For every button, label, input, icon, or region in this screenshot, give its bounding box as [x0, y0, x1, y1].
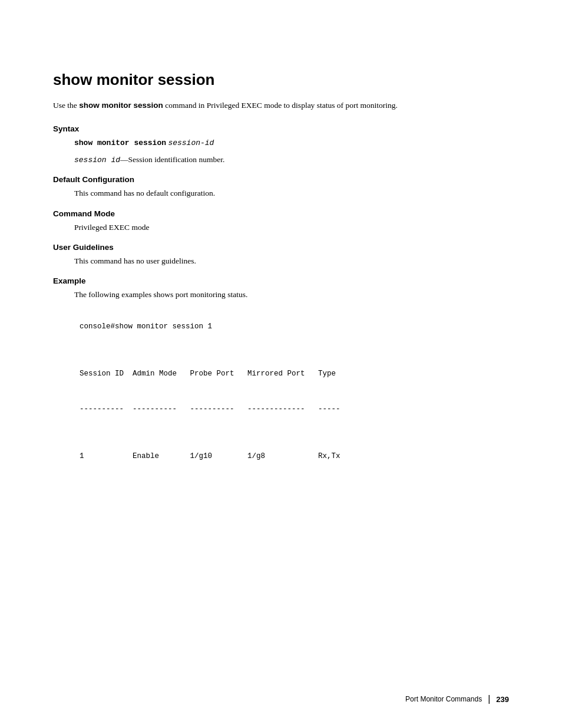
table-divider: ---------- ---------- ---------- -------… [80, 405, 340, 413]
command-mode-body: Privileged EXEC mode [53, 222, 509, 233]
param-text: Session identification number. [128, 155, 225, 164]
footer-page-number: 239 [496, 695, 509, 704]
default-config-body: This command has no default configuratio… [53, 187, 509, 199]
example-heading: Example [53, 276, 509, 285]
syntax-param: session-id [168, 139, 214, 147]
param-name: session id [74, 156, 120, 164]
user-guidelines-body: This command has no user guidelines. [53, 255, 509, 267]
default-config-section: Default Configuration This command has n… [53, 175, 509, 199]
param-description: session id—Session identification number… [74, 154, 509, 166]
intro-text-after: command in Privileged EXEC mode to displ… [163, 101, 398, 110]
footer-section-label: Port Monitor Commands [405, 695, 482, 703]
intro-paragraph: Use the show monitor session command in … [53, 100, 509, 111]
example-description: The following examples shows port monito… [74, 290, 247, 299]
page-title: show monitor session [53, 71, 509, 89]
syntax-section: Syntax show monitor session session-id s… [53, 124, 509, 166]
user-guidelines-section: User Guidelines This command has no user… [53, 243, 509, 267]
table-data-row: 1 Enable 1/g10 1/g8 Rx,Tx [80, 452, 340, 460]
intro-command-bold: show monitor session [79, 101, 163, 110]
example-command-line: console#show monitor session 1 [80, 322, 212, 331]
example-code-block: console#show monitor session 1 Session I… [53, 309, 509, 474]
syntax-body: show monitor session session-id session … [53, 137, 509, 166]
table-header: Session ID Admin Mode Probe Port Mirrore… [80, 370, 336, 378]
default-config-heading: Default Configuration [53, 175, 509, 184]
user-guidelines-text: This command has no user guidelines. [74, 256, 196, 265]
param-dash: — [120, 155, 128, 164]
syntax-command: show monitor session [74, 139, 166, 147]
page-footer: Port Monitor Commands | 239 [405, 694, 509, 704]
example-body: The following examples shows port monito… [53, 289, 509, 301]
footer-divider: | [488, 694, 490, 704]
page-container: show monitor session Use the show monito… [0, 0, 562, 728]
command-mode-heading: Command Mode [53, 209, 509, 218]
example-section: Example The following examples shows por… [53, 276, 509, 474]
command-mode-text: Privileged EXEC mode [74, 223, 149, 232]
user-guidelines-heading: User Guidelines [53, 243, 509, 252]
syntax-heading: Syntax [53, 124, 509, 133]
default-config-text: This command has no default configuratio… [74, 189, 215, 197]
command-mode-section: Command Mode Privileged EXEC mode [53, 209, 509, 233]
intro-text-before: Use the [53, 101, 79, 110]
